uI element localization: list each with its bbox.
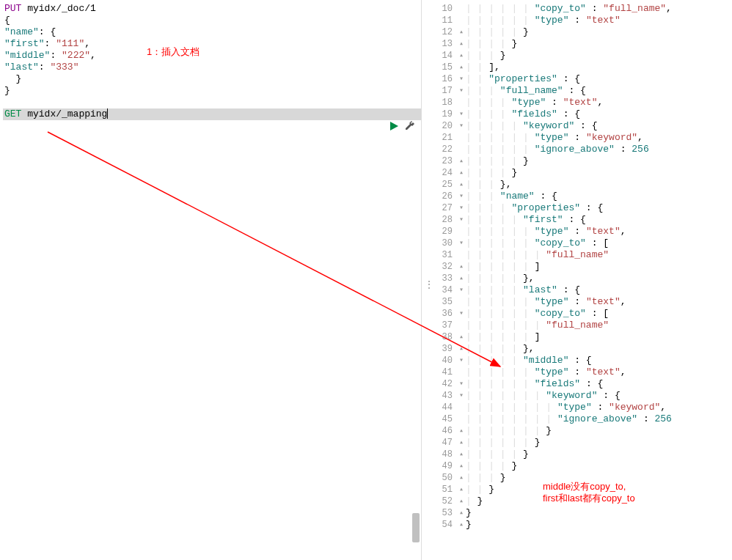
code-line[interactable]: 43▾| | | | | | | "keyword" : { [422, 390, 732, 402]
code-line[interactable]: "middle": "222", [3, 50, 421, 62]
fold-icon[interactable]: ▾ [457, 308, 466, 320]
fold-icon[interactable]: ▾ [457, 237, 466, 249]
line-number: 28 [422, 214, 457, 226]
code-line[interactable]: 38▴| | | | | | ] [422, 331, 732, 343]
fold-icon[interactable]: ▾ [457, 108, 466, 120]
response-code-area[interactable]: 10| | | | | | "copy_to" : "full_name",11… [422, 0, 732, 534]
fold-icon[interactable]: ▴ [457, 167, 466, 179]
fold-icon[interactable]: ▾ [457, 284, 466, 296]
code-line[interactable]: 42▾| | | | | | "fields" : { [422, 378, 732, 390]
code-line[interactable]: 33▴| | | | | }, [422, 273, 732, 284]
fold-icon[interactable]: ▴ [457, 460, 466, 472]
fold-icon[interactable]: ▴ [457, 179, 466, 191]
fold-icon[interactable]: ▾ [457, 85, 466, 97]
fold-icon[interactable]: ▴ [457, 261, 466, 273]
line-number: 43 [422, 390, 457, 402]
fold-icon[interactable]: ▴ [457, 425, 466, 437]
code-line[interactable]: 29| | | | | | "type" : "text", [422, 226, 732, 237]
fold-icon[interactable]: ▾ [457, 191, 466, 202]
fold-icon[interactable]: ▴ [457, 38, 466, 50]
code-line[interactable]: 14▴| | | } [422, 50, 732, 62]
left-scrollbar[interactable] [412, 0, 420, 560]
fold-icon[interactable]: ▴ [457, 273, 466, 284]
code-line[interactable]: GET myidx/_mapping [3, 108, 421, 120]
response-viewer-panel[interactable]: 10| | | | | | "copy_to" : "full_name",11… [422, 0, 732, 560]
code-line[interactable]: 25▴| | | }, [422, 179, 732, 191]
fold-icon[interactable]: ▴ [457, 62, 466, 73]
fold-icon[interactable]: ▴ [457, 449, 466, 460]
code-line[interactable]: 23▴| | | | | } [422, 155, 732, 167]
code-line[interactable]: 35| | | | | | "type" : "text", [422, 296, 732, 308]
code-line[interactable]: "last": "333" [3, 62, 421, 73]
code-line[interactable]: 30▾| | | | | | "copy_to" : [ [422, 237, 732, 249]
code-line[interactable]: 32▴| | | | | | ] [422, 261, 732, 273]
code-line[interactable]: 46▴| | | | | | | } [422, 425, 732, 437]
request-editor-panel[interactable]: PUT myidx/_doc/1{ "name": { "first": "11… [0, 0, 422, 560]
code-line[interactable]: 44| | | | | | | | "type" : "keyword", [422, 402, 732, 413]
fold-icon[interactable]: ▴ [457, 495, 466, 507]
code-line[interactable]: 20▾| | | | | "keyword" : { [422, 120, 732, 132]
code-line[interactable]: 53▴} [422, 507, 732, 519]
code-line[interactable]: 41| | | | | | "type" : "text", [422, 366, 732, 378]
code-line[interactable]: 15▴| | ], [422, 62, 732, 73]
fold-icon[interactable]: ▴ [457, 484, 466, 495]
code-line[interactable]: 47▴| | | | | | } [422, 437, 732, 449]
fold-icon[interactable]: ▴ [457, 343, 466, 355]
code-line[interactable]: 19▾| | | | "fields" : { [422, 108, 732, 120]
code-line[interactable]: PUT myidx/_doc/1 [3, 3, 421, 15]
code-line[interactable]: 10| | | | | | "copy_to" : "full_name", [422, 3, 732, 15]
code-line[interactable]: 11| | | | | | "type" : "text" [422, 15, 732, 26]
line-number: 36 [422, 308, 457, 320]
code-line[interactable]: 27▾| | | | "properties" : { [422, 202, 732, 214]
fold-icon[interactable]: ▾ [457, 355, 466, 366]
fold-icon[interactable]: ▾ [457, 378, 466, 390]
code-line[interactable]: 16▾| | "properties" : { [422, 73, 732, 85]
code-line[interactable] [3, 97, 421, 108]
code-line[interactable]: 54▴} [422, 519, 732, 531]
fold-icon[interactable]: ▴ [457, 50, 466, 62]
code-line[interactable]: 22| | | | | | "ignore_above" : 256 [422, 144, 732, 155]
code-line[interactable]: 31| | | | | | | "full_name" [422, 249, 732, 261]
fold-icon[interactable]: ▾ [457, 202, 466, 214]
panel-resize-handle[interactable]: ⋮ [424, 279, 434, 291]
code-line[interactable]: 40▾| | | | | "middle" : { [422, 355, 732, 366]
fold-icon[interactable]: ▴ [457, 437, 466, 449]
fold-icon[interactable]: ▴ [457, 331, 466, 343]
code-line[interactable]: } [3, 73, 421, 85]
code-line[interactable]: { [3, 15, 421, 26]
code-line[interactable]: 49▴| | | | } [422, 460, 732, 472]
left-scrollbar-thumb[interactable] [412, 513, 420, 542]
fold-icon[interactable]: ▴ [457, 155, 466, 167]
code-line[interactable]: 13▴| | | | } [422, 38, 732, 50]
fold-icon[interactable]: ▾ [457, 73, 466, 85]
code-line[interactable]: 36▾| | | | | | "copy_to" : [ [422, 308, 732, 320]
code-line[interactable]: 12▴| | | | | } [422, 26, 732, 38]
code-line[interactable]: 24▴| | | | } [422, 167, 732, 179]
fold-icon[interactable]: ▾ [457, 120, 466, 132]
line-number: 20 [422, 120, 457, 132]
code-line[interactable]: 17▾| | | "full_name" : { [422, 85, 732, 97]
code-line[interactable]: 48▴| | | | | } [422, 449, 732, 460]
fold-icon[interactable]: ▴ [457, 507, 466, 519]
code-line[interactable]: 34▾| | | | | "last" : { [422, 284, 732, 296]
run-request-icon[interactable] [389, 121, 399, 134]
code-line[interactable]: 45| | | | | | | | "ignore_above" : 256 [422, 413, 732, 425]
fold-icon[interactable]: ▾ [457, 214, 466, 226]
code-line[interactable]: 39▴| | | | | }, [422, 343, 732, 355]
code-line[interactable]: "name": { [3, 26, 421, 38]
fold-icon[interactable]: ▴ [457, 519, 466, 531]
code-line[interactable]: 21| | | | | | "type" : "keyword", [422, 132, 732, 144]
fold-icon[interactable]: ▾ [457, 390, 466, 402]
code-line[interactable]: "first": "111", [3, 38, 421, 50]
line-number: 27 [422, 202, 457, 214]
code-line[interactable]: } [3, 85, 421, 97]
code-line[interactable]: 37| | | | | | | "full_name" [422, 320, 732, 331]
line-number: 49 [422, 460, 457, 472]
line-number: 10 [422, 3, 457, 15]
code-line[interactable]: 18| | | | "type" : "text", [422, 97, 732, 108]
code-line[interactable]: 28▾| | | | | "first" : { [422, 214, 732, 226]
fold-icon[interactable]: ▴ [457, 472, 466, 484]
fold-icon[interactable]: ▴ [457, 26, 466, 38]
code-line[interactable]: 26▾| | | "name" : { [422, 191, 732, 202]
request-code-area[interactable]: PUT myidx/_doc/1{ "name": { "first": "11… [0, 0, 421, 123]
